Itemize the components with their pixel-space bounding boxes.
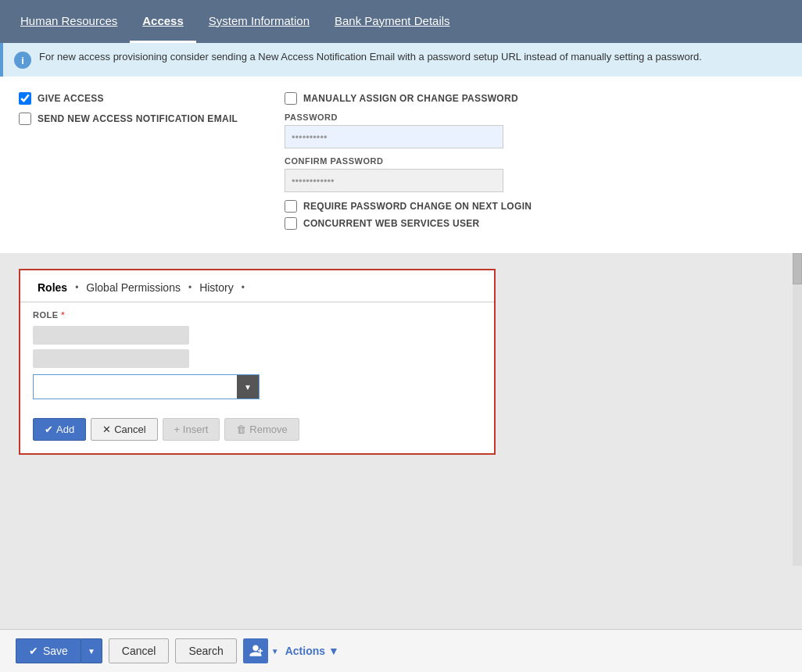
password-section: PASSWORD CONFIRM PASSWORD REQUIRE PASSWO…: [285, 113, 783, 230]
role-row-2: [33, 349, 189, 368]
top-navigation: Human Resources Access System Informatio…: [0, 0, 802, 43]
save-dropdown-arrow[interactable]: ▼: [81, 638, 102, 663]
dot-1: •: [75, 282, 78, 293]
main-content-area: GIVE ACCESS SEND NEW ACCESS NOTIFICATION…: [0, 77, 802, 253]
tab-history[interactable]: History: [195, 278, 238, 297]
required-marker: *: [61, 310, 65, 320]
search-bar-button[interactable]: Search: [175, 638, 236, 663]
role-field-label: ROLE *: [33, 310, 482, 320]
add-person-icon[interactable]: [243, 638, 268, 663]
save-button-group: ✔ Save ▼: [16, 638, 102, 663]
role-dropdown-row[interactable]: ▼: [33, 374, 260, 399]
x-icon: ✕: [102, 424, 111, 435]
roles-sub-tabs: Roles • Global Permissions • History •: [20, 270, 494, 302]
manually-assign-checkbox[interactable]: [285, 92, 297, 105]
require-change-label: REQUIRE PASSWORD CHANGE ON NEXT LOGIN: [303, 201, 532, 212]
role-content: ROLE * ▼: [20, 302, 494, 413]
concurrent-user-label: CONCURRENT WEB SERVICES USER: [303, 218, 480, 229]
panel-buttons: ✔ Add ✕ Cancel + Insert 🗑 Remove: [20, 413, 494, 445]
left-checkboxes: GIVE ACCESS SEND NEW ACCESS NOTIFICATION…: [19, 92, 253, 230]
scrollbar-track[interactable]: [793, 253, 802, 566]
save-button[interactable]: ✔ Save: [16, 638, 81, 663]
roles-panel: Roles • Global Permissions • History • R…: [19, 269, 496, 455]
trash-icon: 🗑: [236, 424, 246, 435]
nav-system-information[interactable]: System Information: [196, 0, 322, 43]
tab-roles[interactable]: Roles: [33, 278, 72, 297]
send-email-row: SEND NEW ACCESS NOTIFICATION EMAIL: [19, 113, 253, 125]
cancel-bar-button[interactable]: Cancel: [109, 638, 170, 663]
role-dropdown-input[interactable]: [34, 375, 237, 399]
checkmark-save-icon: ✔: [29, 645, 38, 657]
nav-access[interactable]: Access: [130, 0, 196, 43]
require-change-checkbox[interactable]: [285, 200, 297, 213]
actions-button[interactable]: Actions ▼: [285, 645, 339, 657]
confirm-password-input[interactable]: [285, 169, 503, 192]
tab-global-permissions[interactable]: Global Permissions: [81, 278, 185, 297]
dropdown-arrow-icon[interactable]: ▼: [237, 375, 259, 399]
insert-button[interactable]: + Insert: [163, 418, 220, 441]
add-icon-group[interactable]: ▼: [243, 638, 279, 663]
nav-bank-payment-details[interactable]: Bank Payment Details: [322, 0, 463, 43]
concurrent-user-row: CONCURRENT WEB SERVICES USER: [285, 217, 783, 230]
scrollbar-thumb[interactable]: [793, 253, 802, 284]
info-banner-text: For new access provisioning consider sen…: [39, 51, 702, 63]
add-button[interactable]: ✔ Add: [33, 418, 86, 441]
actions-arrow-icon: ▼: [328, 645, 339, 657]
nav-human-resources[interactable]: Human Resources: [8, 0, 130, 43]
password-label: PASSWORD: [285, 113, 783, 122]
dot-2: •: [188, 282, 192, 293]
checkbox-section: GIVE ACCESS SEND NEW ACCESS NOTIFICATION…: [19, 92, 783, 230]
bottom-toolbar: ✔ Save ▼ Cancel Search ▼ Actions ▼: [0, 629, 802, 672]
give-access-row: GIVE ACCESS: [19, 92, 253, 105]
cancel-button[interactable]: ✕ Cancel: [91, 418, 157, 441]
manually-assign-row: MANUALLY ASSIGN OR CHANGE PASSWORD: [285, 92, 783, 105]
give-access-label: GIVE ACCESS: [38, 93, 104, 104]
right-password-section: MANUALLY ASSIGN OR CHANGE PASSWORD PASSW…: [285, 92, 783, 230]
checkmark-icon: ✔: [45, 424, 53, 435]
send-email-checkbox[interactable]: [19, 113, 31, 125]
gray-area: Roles • Global Permissions • History • R…: [0, 253, 802, 566]
confirm-password-label: CONFIRM PASSWORD: [285, 156, 783, 166]
info-icon: i: [14, 52, 31, 69]
concurrent-user-checkbox[interactable]: [285, 217, 297, 230]
add-dropdown-arrow[interactable]: ▼: [271, 647, 279, 656]
password-input[interactable]: [285, 125, 503, 148]
send-email-label: SEND NEW ACCESS NOTIFICATION EMAIL: [38, 113, 238, 124]
info-banner: i For new access provisioning consider s…: [0, 43, 802, 77]
role-row-1: [33, 326, 189, 345]
dot-3: •: [242, 282, 245, 293]
manually-assign-label: MANUALLY ASSIGN OR CHANGE PASSWORD: [303, 93, 518, 104]
give-access-checkbox[interactable]: [19, 92, 31, 105]
require-change-row: REQUIRE PASSWORD CHANGE ON NEXT LOGIN: [285, 200, 783, 213]
remove-button[interactable]: 🗑 Remove: [224, 418, 299, 441]
